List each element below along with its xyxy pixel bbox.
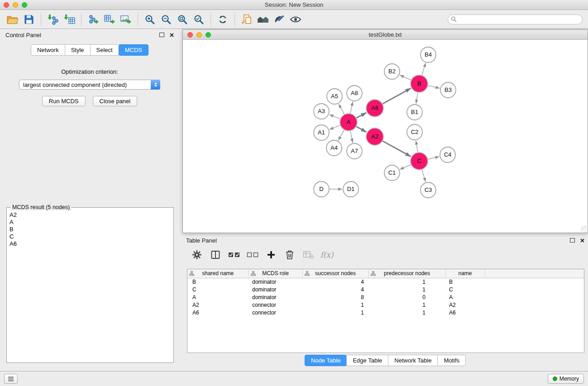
network-canvas[interactable]: B4B2BB3A5A8A6B1A3AC2A1A2A4A7C4CC1C3DD1 — [183, 40, 588, 233]
graph-node-A5[interactable]: A5 — [327, 89, 342, 104]
zoom-fit-button[interactable] — [174, 12, 191, 27]
graph-node-A1[interactable]: A1 — [314, 125, 329, 140]
delete-table-button[interactable] — [302, 248, 315, 261]
graph-edge-A-A2[interactable] — [357, 127, 367, 132]
cell-name[interactable]: A — [445, 293, 485, 301]
run-mcds-button[interactable]: Run MCDS — [42, 96, 86, 106]
mcds-result-item[interactable]: A2 — [10, 211, 171, 219]
graph-edge-C-C4[interactable] — [428, 157, 440, 159]
float-table-panel-button[interactable] — [570, 238, 575, 243]
graph-node-B[interactable]: B — [411, 75, 428, 92]
annotation-mode-button[interactable] — [271, 12, 287, 27]
cell-mcds-role[interactable]: dominator — [249, 286, 302, 293]
cell-mcds-role[interactable]: dominator — [249, 278, 302, 286]
network-zoom-button[interactable] — [206, 32, 211, 38]
function-builder-button[interactable]: f(x) — [320, 248, 333, 261]
graph-node-C2[interactable]: C2 — [407, 124, 422, 140]
graph-node-C[interactable]: C — [411, 152, 428, 170]
graph-edge-C-C1[interactable] — [400, 165, 411, 169]
graph-edge-A-A4[interactable] — [338, 130, 344, 140]
zoom-selected-button[interactable] — [191, 12, 207, 27]
close-panel-action-button[interactable]: Close panel — [93, 96, 138, 106]
import-table-file-button[interactable] — [61, 12, 77, 27]
zoom-in-button[interactable] — [142, 12, 158, 27]
graph-node-A6[interactable]: A6 — [366, 100, 383, 117]
close-window-button[interactable] — [4, 2, 9, 8]
task-history-button[interactable] — [4, 374, 18, 384]
minimize-window-button[interactable] — [13, 2, 18, 8]
cell-successor-nodes[interactable]: 4 — [302, 286, 368, 293]
criterion-dropdown[interactable]: largest connected component (directed) — [19, 80, 160, 90]
delete-column-button[interactable] — [283, 248, 296, 261]
graph-node-A7[interactable]: A7 — [347, 143, 362, 159]
cell-predecessor-nodes[interactable]: 1 — [368, 286, 445, 293]
graph-node-B4[interactable]: B4 — [421, 47, 436, 62]
cell-mcds-role[interactable]: connector — [249, 309, 302, 316]
cell-successor-nodes[interactable]: 8 — [302, 293, 368, 301]
graph-edge-B-B3[interactable] — [428, 86, 440, 88]
tab-network-table[interactable]: Network Table — [388, 355, 438, 366]
tab-network[interactable]: Network — [31, 44, 65, 56]
graph-edge-B-B1[interactable] — [416, 93, 418, 104]
cell-predecessor-nodes[interactable]: 1 — [368, 278, 445, 286]
graph-edge-A-A6[interactable] — [357, 113, 367, 118]
export-image-button[interactable] — [118, 12, 134, 27]
graph-node-D1[interactable]: D1 — [343, 181, 359, 197]
open-file-button[interactable] — [5, 12, 21, 27]
graph-node-C4[interactable]: C4 — [440, 147, 455, 162]
close-table-panel-button[interactable] — [580, 238, 584, 243]
tab-select[interactable]: Select — [90, 44, 119, 56]
tab-motifs[interactable]: Motifs — [437, 355, 466, 366]
import-network-file-button[interactable] — [45, 12, 61, 27]
mcds-result-item[interactable]: A — [10, 219, 171, 226]
graph-node-B3[interactable]: B3 — [440, 82, 456, 98]
float-panel-button[interactable] — [159, 33, 164, 37]
zoom-out-button[interactable] — [158, 12, 174, 27]
graph-edge-A-A7[interactable] — [350, 131, 353, 143]
graph-edge-A6-B[interactable] — [383, 88, 411, 104]
graph-node-D[interactable]: D — [314, 181, 329, 197]
graph-node-A2[interactable]: A2 — [366, 128, 383, 145]
graph-edge-B-B4[interactable] — [422, 63, 425, 75]
mcds-result-item[interactable]: A6 — [10, 240, 171, 248]
column-header-successor-nodes[interactable]: successor nodes — [302, 269, 368, 278]
graph-edge-A-A8[interactable] — [350, 102, 353, 114]
graph-edge-A-A1[interactable] — [330, 125, 340, 129]
graph-node-C1[interactable]: C1 — [384, 165, 400, 181]
export-network-button[interactable] — [85, 12, 101, 27]
window-resize-grip[interactable] — [581, 226, 587, 232]
cell-shared-name[interactable]: A — [187, 293, 249, 301]
graph-node-B2[interactable]: B2 — [384, 64, 400, 79]
cell-mcds-role[interactable]: connector — [249, 301, 302, 309]
memory-button[interactable]: Memory — [548, 374, 584, 384]
network-close-button[interactable] — [187, 32, 193, 38]
tab-node-table[interactable]: Node Table — [305, 355, 347, 366]
cell-name[interactable]: A2 — [445, 301, 485, 309]
cell-predecessor-nodes[interactable]: 1 — [368, 301, 445, 309]
tab-mcds[interactable]: MCDS — [119, 44, 148, 56]
graphics-details-button[interactable] — [287, 12, 304, 27]
graph-edge-A2-C[interactable] — [383, 141, 411, 157]
cell-shared-name[interactable]: C — [187, 286, 249, 293]
export-table-button[interactable] — [101, 12, 118, 27]
graph-node-A[interactable]: A — [340, 114, 357, 131]
cell-successor-nodes[interactable]: 4 — [302, 278, 368, 286]
graph-node-A3[interactable]: A3 — [314, 104, 329, 119]
search-input[interactable] — [448, 14, 583, 24]
deselect-all-columns-button[interactable] — [246, 248, 259, 261]
graph-node-A8[interactable]: A8 — [347, 86, 362, 101]
graph-node-C3[interactable]: C3 — [421, 182, 436, 198]
cell-successor-nodes[interactable]: 1 — [302, 309, 368, 316]
cell-name[interactable]: B — [445, 278, 485, 286]
cell-shared-name[interactable]: B — [187, 278, 249, 286]
graph-node-B1[interactable]: B1 — [407, 105, 422, 120]
cell-shared-name[interactable]: A6 — [187, 309, 249, 316]
close-panel-button[interactable] — [170, 33, 174, 37]
save-session-button[interactable] — [21, 12, 37, 27]
cell-predecessor-nodes[interactable]: 0 — [368, 293, 445, 301]
graph-edge-B-B2[interactable] — [400, 75, 411, 80]
mcds-result-item[interactable]: C — [10, 233, 171, 240]
table-settings-button[interactable] — [191, 248, 203, 261]
cell-successor-nodes[interactable]: 1 — [302, 301, 368, 309]
graph-edge-C-C2[interactable] — [416, 141, 418, 152]
